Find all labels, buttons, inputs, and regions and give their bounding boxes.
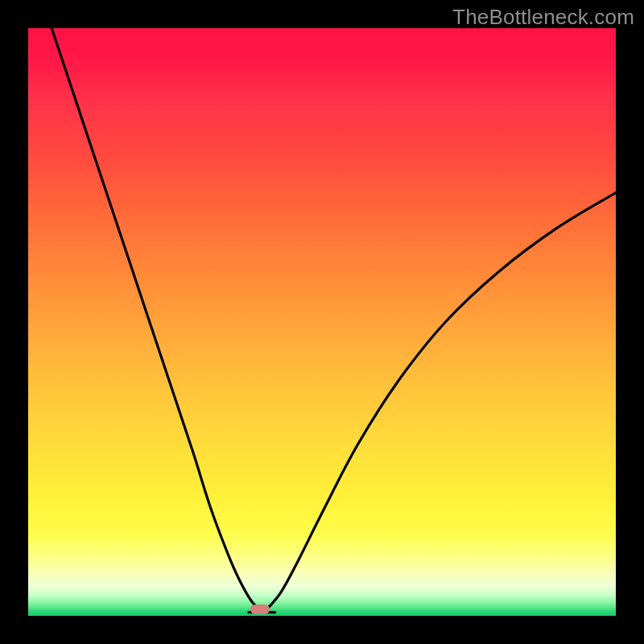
minimum-marker	[250, 605, 270, 614]
curve-left-branch	[52, 28, 260, 610]
curve-right-branch	[266, 192, 616, 609]
watermark-text: TheBottleneck.com	[452, 5, 634, 30]
curve-svg	[28, 28, 616, 616]
outer-frame: TheBottleneck.com	[0, 0, 644, 644]
plot-area	[28, 28, 616, 616]
